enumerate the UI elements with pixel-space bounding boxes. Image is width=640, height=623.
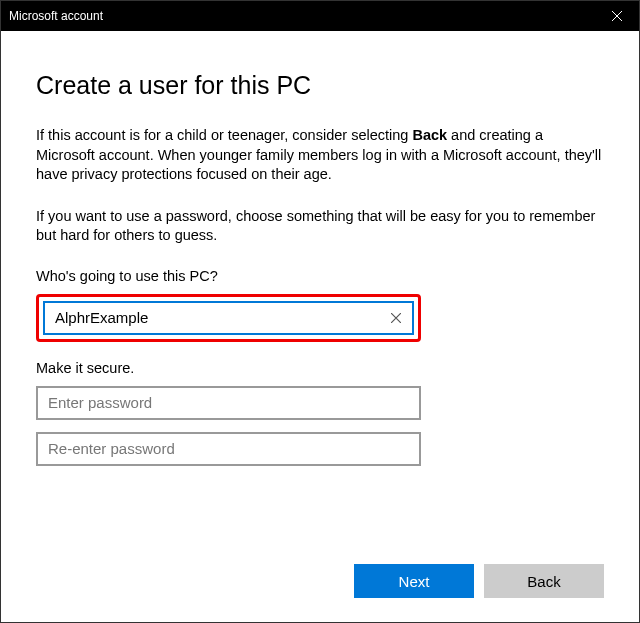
page-heading: Create a user for this PC (36, 71, 604, 100)
desc1-pre: If this account is for a child or teenag… (36, 127, 412, 143)
username-field-wrap (43, 301, 414, 335)
dialog-content: Create a user for this PC If this accoun… (1, 31, 639, 622)
password-input[interactable] (36, 386, 421, 420)
desc1-bold: Back (412, 127, 447, 143)
close-button[interactable] (594, 1, 639, 31)
titlebar: Microsoft account (1, 1, 639, 31)
username-input[interactable] (55, 303, 386, 333)
clear-button[interactable] (386, 308, 406, 328)
username-label: Who's going to use this PC? (36, 268, 604, 284)
window-title: Microsoft account (9, 9, 594, 23)
clear-icon (391, 313, 401, 323)
description-1: If this account is for a child or teenag… (36, 126, 604, 185)
dialog-window: Microsoft account Create a user for this… (0, 0, 640, 623)
secure-label: Make it secure. (36, 360, 604, 376)
close-icon (612, 11, 622, 21)
footer: Next Back (36, 564, 604, 602)
repassword-input[interactable] (36, 432, 421, 466)
description-2: If you want to use a password, choose so… (36, 207, 604, 246)
username-highlight (36, 294, 421, 342)
back-button[interactable]: Back (484, 564, 604, 598)
next-button[interactable]: Next (354, 564, 474, 598)
